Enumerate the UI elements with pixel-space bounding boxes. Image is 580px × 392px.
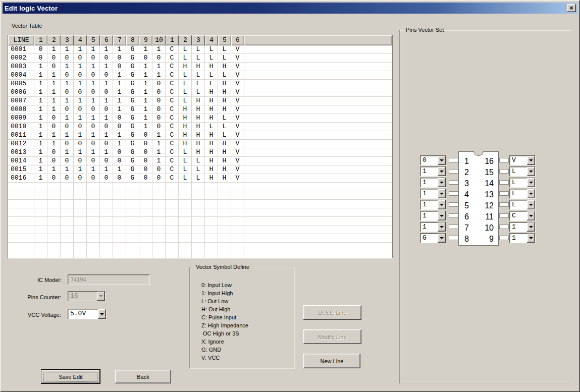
vector-cell[interactable]: V	[231, 54, 244, 62]
vector-cell[interactable]: H	[205, 131, 218, 139]
vector-cell[interactable]	[205, 226, 218, 234]
vector-cell[interactable]: 0	[152, 97, 166, 105]
vector-cell[interactable]	[205, 208, 218, 216]
vector-cell[interactable]: 0	[47, 54, 61, 62]
vector-cell[interactable]	[61, 208, 74, 216]
vector-cell[interactable]	[179, 200, 192, 208]
vector-cell[interactable]	[87, 217, 100, 225]
vector-cell[interactable]: 0	[113, 63, 126, 71]
vector-cell[interactable]: 0	[113, 54, 126, 62]
vector-cell[interactable]: H	[218, 88, 231, 96]
vector-cell[interactable]: V	[231, 165, 244, 174]
vector-cell[interactable]: C	[166, 131, 179, 139]
vector-cell[interactable]	[205, 191, 218, 199]
vector-cell[interactable]	[231, 191, 244, 199]
vector-cell[interactable]	[166, 183, 179, 191]
vector-cell[interactable]: G	[126, 114, 139, 122]
vector-cell[interactable]: 1	[113, 165, 126, 174]
empty-table-row[interactable]	[8, 226, 392, 234]
vector-cell[interactable]	[231, 208, 244, 216]
vector-cell[interactable]: V	[231, 157, 244, 165]
vector-cell[interactable]: 1	[152, 45, 166, 53]
vector-cell[interactable]	[152, 243, 166, 251]
vector-cell[interactable]	[61, 243, 74, 251]
vector-cell[interactable]: 0	[74, 174, 87, 182]
vector-cell[interactable]: H	[218, 148, 231, 156]
pin-12-vector-select[interactable]: L	[509, 200, 536, 210]
column-header-4[interactable]: 4	[74, 35, 87, 45]
vector-cell[interactable]: V	[231, 114, 244, 122]
vector-cell[interactable]: 1	[113, 131, 126, 139]
vector-cell[interactable]	[34, 191, 47, 199]
vector-cell[interactable]: 1	[47, 88, 61, 96]
table-row[interactable]: 00131011110G01CLHHHV	[8, 148, 392, 157]
vector-cell[interactable]: 1	[74, 80, 87, 88]
vector-cell[interactable]: L	[179, 54, 192, 62]
pin-dropdown-button[interactable]	[527, 234, 535, 243]
column-header-10[interactable]: 10	[152, 35, 166, 45]
vector-cell[interactable]: H	[179, 105, 192, 114]
vector-cell[interactable]	[139, 226, 152, 234]
vector-cell[interactable]	[47, 208, 61, 216]
vector-cell[interactable]: 0	[87, 157, 100, 165]
vector-cell[interactable]: L	[192, 54, 205, 62]
vector-cell[interactable]: 0	[139, 165, 152, 174]
pin-6-vector-select[interactable]: 1	[420, 211, 446, 221]
vector-cell[interactable]: C	[166, 140, 179, 148]
pin-15-vector-select[interactable]: L	[509, 166, 536, 177]
vector-cell[interactable]: 1	[113, 88, 126, 96]
vector-cell[interactable]: H	[205, 157, 218, 165]
vector-cell[interactable]: 0	[113, 123, 126, 131]
vector-cell[interactable]	[231, 234, 244, 242]
vector-cell[interactable]: L	[205, 80, 218, 88]
vector-cell[interactable]: 0	[74, 123, 87, 131]
vector-cell[interactable]	[34, 217, 47, 225]
vector-cell[interactable]: 1	[47, 131, 61, 139]
vector-cell[interactable]: 0	[152, 105, 166, 114]
vector-cell[interactable]: G	[126, 165, 139, 174]
column-header-1[interactable]: 1	[166, 35, 179, 45]
vector-cell[interactable]: V	[231, 88, 244, 96]
vector-cell[interactable]: 1	[139, 123, 152, 131]
vector-cell[interactable]: V	[231, 80, 244, 88]
vector-cell[interactable]: 0	[74, 54, 87, 62]
vector-cell[interactable]	[192, 191, 205, 199]
vector-cell[interactable]: 0	[113, 148, 126, 156]
vector-cell[interactable]	[218, 251, 231, 258]
vector-cell[interactable]: 1	[34, 114, 47, 122]
vector-cell[interactable]	[179, 217, 192, 225]
vector-cell[interactable]	[100, 251, 113, 258]
vector-cell[interactable]	[47, 251, 61, 258]
vector-cell[interactable]: 1	[34, 157, 47, 165]
table-row[interactable]: 00020000000G00CLLLLV	[8, 54, 392, 63]
vector-cell[interactable]	[34, 200, 47, 208]
vector-cell[interactable]: L	[192, 165, 205, 174]
vector-cell[interactable]: 1	[113, 71, 126, 79]
vector-cell[interactable]	[166, 200, 179, 208]
vector-cell[interactable]: 0	[139, 54, 152, 62]
vector-cell[interactable]: 0	[113, 157, 126, 165]
vector-cell[interactable]: 1	[113, 140, 126, 148]
vector-cell[interactable]: 1	[34, 165, 47, 174]
vector-cell[interactable]	[61, 217, 74, 225]
vector-cell[interactable]: 1	[34, 123, 47, 131]
vector-cell[interactable]	[166, 251, 179, 258]
vector-cell[interactable]	[231, 217, 244, 225]
vector-cell[interactable]: 1	[139, 63, 152, 71]
vector-cell[interactable]: 1	[74, 45, 87, 53]
vector-cell[interactable]: 1	[47, 165, 61, 174]
column-header-1[interactable]: 1	[34, 35, 47, 45]
column-header-3[interactable]: 3	[192, 35, 205, 45]
table-row[interactable]: 00071111111G10CLHHHV	[8, 97, 392, 105]
pin-1-vector-select[interactable]: 0	[420, 155, 446, 165]
vector-cell[interactable]	[152, 234, 166, 242]
table-row[interactable]: 00161000000G00CLLHHV	[8, 174, 392, 183]
vector-cell[interactable]	[61, 234, 74, 242]
vector-cell[interactable]	[113, 191, 126, 199]
vector-cell[interactable]: 0	[100, 123, 113, 131]
vector-cell[interactable]	[179, 234, 192, 242]
vector-cell[interactable]	[61, 251, 74, 258]
vector-cell[interactable]: 1	[74, 97, 87, 105]
vector-cell[interactable]	[100, 217, 113, 225]
vcc-voltage-select[interactable]: 5.0V	[68, 309, 107, 319]
